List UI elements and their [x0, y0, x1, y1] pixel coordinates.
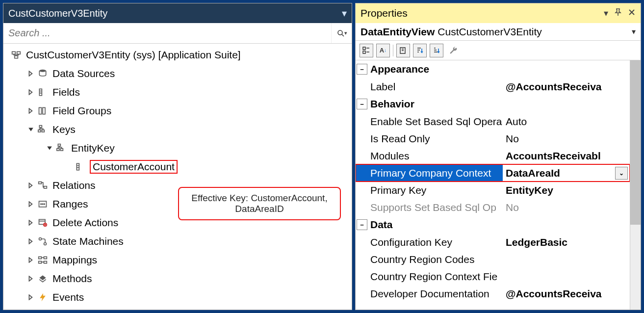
properties-subheader[interactable]: DataEntityView CustCustomerV3Entity ▾ [356, 23, 641, 41]
expand-icon[interactable] [26, 106, 36, 116]
tree-label: Fields [52, 86, 80, 98]
dropdown-button[interactable]: ⌄ [615, 167, 628, 180]
prop-modules[interactable]: ModulesAccountsReceivabl [356, 147, 630, 164]
expand-icon[interactable] [26, 236, 36, 246]
category-data[interactable]: −Data [356, 216, 630, 234]
expand-icon[interactable] [26, 181, 36, 190]
properties-toolbar: A↓ [356, 41, 641, 60]
tree-node-events[interactable]: Events [3, 288, 352, 307]
tree-label: Methods [52, 273, 92, 285]
collapse-toggle[interactable]: − [357, 64, 367, 75]
fieldgroups-icon [37, 105, 49, 117]
search-input[interactable] [3, 26, 331, 41]
prop-configuration-key[interactable]: Configuration KeyLedgerBasic [356, 234, 630, 251]
svg-rect-25 [39, 257, 42, 259]
chevron-down-icon[interactable]: ▾ [632, 27, 636, 36]
pin-icon[interactable] [614, 8, 622, 19]
object-name: CustCustomerV3Entity [438, 26, 541, 38]
designer-titlebar: CustCustomerV3Entity ▾ [3, 3, 352, 23]
prop-primary-key[interactable]: Primary KeyEntityKey [356, 182, 630, 199]
collapse-toggle[interactable]: − [357, 219, 367, 230]
property-pages-button[interactable] [396, 44, 410, 57]
tree-node-statemachines[interactable]: State Machines [3, 232, 352, 251]
events-icon [37, 291, 49, 303]
alphabetical-button[interactable]: A↓ [376, 44, 390, 57]
expand-icon[interactable] [26, 218, 36, 228]
search-row: ▾ [3, 23, 352, 44]
relations-icon [37, 180, 49, 191]
svg-rect-8 [39, 126, 42, 128]
tree-root[interactable]: CustCustomerV3Entity (sys) [Application … [3, 46, 352, 64]
field-icon [74, 161, 86, 173]
statemachines-icon [37, 235, 49, 247]
deleteactions-icon [37, 217, 49, 229]
designer-title: CustCustomerV3Entity [8, 8, 330, 19]
tree-label: Keys [52, 124, 76, 135]
close-icon[interactable] [628, 8, 636, 19]
tree-label: Delete Actions [52, 217, 118, 229]
annotation-callout: Effective Key: CustomerAccount, DataArea… [178, 187, 341, 220]
prop-is-read-only[interactable]: Is Read OnlyNo [356, 130, 630, 147]
tree-node-datasources[interactable]: Data Sources [3, 64, 352, 83]
designer-panel: CustCustomerV3Entity ▾ ▾ CustCustomerV3E… [3, 3, 352, 310]
svg-rect-2 [17, 52, 21, 54]
wrench-icon[interactable] [446, 44, 460, 57]
prop-country-region-codes[interactable]: Country Region Codes [356, 251, 630, 268]
svg-point-18 [41, 204, 42, 205]
entity-icon [10, 49, 22, 61]
dropdown-icon[interactable]: ▾ [342, 7, 347, 19]
tree-node-methods[interactable]: Methods [3, 269, 352, 288]
svg-point-23 [39, 238, 42, 240]
expand-icon[interactable] [26, 274, 36, 284]
expand-icon[interactable] [26, 69, 36, 78]
svg-point-24 [44, 243, 47, 245]
tree-label: Events [52, 291, 84, 303]
tree-node-keys[interactable]: Keys [3, 120, 352, 139]
search-button[interactable]: ▾ [331, 23, 352, 43]
svg-rect-13 [60, 149, 63, 151]
tree-label: Mappings [52, 254, 97, 266]
expand-icon[interactable] [26, 87, 36, 97]
object-tree: CustCustomerV3Entity (sys) [Application … [3, 44, 352, 310]
collapse-icon[interactable] [45, 143, 54, 153]
tree-label: EntityKey [71, 142, 115, 154]
category-appearance[interactable]: −Appearance [356, 60, 630, 78]
expand-icon[interactable] [26, 199, 36, 209]
tree-node-entitykey[interactable]: EntityKey [3, 139, 352, 157]
svg-rect-11 [58, 144, 60, 146]
collapse-icon[interactable] [26, 125, 36, 134]
prop-developer-documentation[interactable]: Developer Documentation@AccountsReceiva [356, 285, 630, 302]
expand-icon[interactable] [26, 255, 36, 265]
svg-rect-9 [38, 130, 41, 132]
tree-node-mappings[interactable]: Mappings [3, 251, 352, 269]
prop-country-region-context-field[interactable]: Country Region Context Fie [356, 268, 630, 285]
sort-button-2[interactable] [430, 44, 443, 57]
vertical-scrollbar[interactable] [630, 60, 641, 310]
svg-rect-27 [39, 261, 42, 263]
svg-rect-1 [12, 52, 16, 54]
collapse-toggle[interactable]: − [357, 99, 367, 109]
tree-node-fieldgroups[interactable]: Field Groups [3, 102, 352, 120]
sort-button-1[interactable] [413, 44, 427, 57]
category-behavior[interactable]: −Behavior [356, 95, 630, 113]
tree-label: Field Groups [52, 105, 111, 117]
annotation-line: Effective Key: CustomerAccount, [187, 193, 332, 204]
svg-rect-28 [44, 261, 47, 263]
ranges-icon [37, 198, 49, 210]
svg-rect-12 [57, 149, 59, 151]
tree-node-fields[interactable]: Fields [3, 83, 352, 102]
scrollbar-thumb[interactable] [630, 60, 641, 225]
fields-icon [37, 86, 49, 98]
prop-primary-company-context[interactable]: Primary Company Context DataAreaId⌄ [356, 164, 630, 182]
properties-title: Properties [361, 7, 598, 19]
svg-point-20 [44, 204, 45, 205]
spacer [63, 162, 73, 172]
categorized-button[interactable] [360, 44, 373, 57]
prop-label[interactable]: Label@AccountsReceiva [356, 78, 630, 95]
dropdown-icon[interactable]: ▾ [604, 8, 608, 19]
tree-node-customeraccount[interactable]: CustomerAccount [3, 157, 352, 176]
expand-icon[interactable] [26, 292, 36, 302]
key-icon [55, 142, 67, 154]
tree-label: State Machines [52, 235, 124, 247]
prop-enable-set-based[interactable]: Enable Set Based Sql OperaAuto [356, 113, 630, 130]
